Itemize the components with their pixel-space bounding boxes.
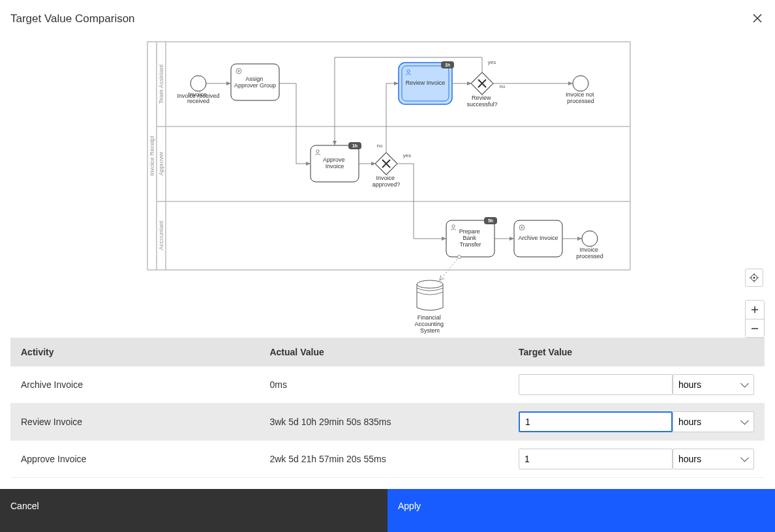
modal-title: Target Value Comparison	[10, 12, 135, 25]
table-row[interactable]: Review Invoice3wk 5d 10h 29min 50s 835ms…	[10, 404, 765, 441]
svg-text:Invoice
      received: Invoice received	[187, 91, 209, 104]
recenter-button[interactable]	[745, 269, 763, 287]
modal-footer: Cancel Apply	[0, 489, 775, 532]
table-row[interactable]: Archive Invoice0mshours	[10, 366, 765, 404]
svg-text:no: no	[500, 83, 506, 89]
svg-text:Approve
      Invoice: Approve Invoice	[323, 156, 346, 170]
svg-point-32	[417, 280, 443, 288]
minus-icon	[751, 325, 759, 332]
badge-approve: 1h	[352, 143, 357, 148]
svg-text:yes: yes	[488, 59, 496, 65]
pool-label: Invoice Receipt	[149, 136, 155, 176]
badge-prepare: 5h	[488, 218, 493, 223]
lane-approver: Approver	[158, 152, 164, 176]
target-value-input[interactable]	[519, 449, 673, 469]
end-event-processed[interactable]	[582, 231, 598, 246]
cell-actual: 3wk 5d 10h 29min 50s 835ms	[259, 404, 508, 441]
cell-target: hours	[508, 366, 765, 404]
svg-text:Financial
      Accounting
   : Financial Accounting System	[414, 314, 445, 334]
cell-activity: Review Invoice	[10, 404, 259, 441]
comparison-table: Activity Actual Value Target Value Archi…	[10, 338, 765, 478]
cancel-button[interactable]: Cancel	[0, 489, 388, 532]
cancel-label: Cancel	[10, 501, 39, 511]
table-row[interactable]: Approve Invoice2wk 5d 21h 57min 20s 55ms…	[10, 441, 765, 478]
data-store[interactable]	[417, 280, 443, 310]
col-actual: Actual Value	[259, 338, 508, 366]
cell-target: hours	[508, 404, 765, 441]
col-activity: Activity	[10, 338, 259, 366]
lane-team-assistant: Team Assistant	[158, 64, 164, 104]
zoom-out-button[interactable]	[746, 319, 764, 337]
zoom-in-button[interactable]	[746, 301, 764, 319]
cell-activity: Approve Invoice	[10, 441, 259, 478]
cell-activity: Archive Invoice	[10, 366, 259, 404]
crosshair-icon	[750, 273, 759, 282]
badge-review: 1h	[445, 63, 450, 67]
svg-text:Invoice
      processed: Invoice processed	[576, 246, 603, 259]
target-unit-select[interactable]: hours	[673, 449, 754, 469]
close-button[interactable]	[750, 10, 765, 27]
cell-actual: 2wk 5d 21h 57min 20s 55ms	[259, 441, 508, 478]
modal-header: Target Value Comparison	[0, 0, 775, 38]
apply-label: Apply	[398, 501, 421, 511]
target-unit-select[interactable]: hours	[673, 411, 754, 432]
svg-text:Archive Invoice: Archive Invoice	[518, 235, 558, 241]
svg-text:Invoice not
      processed: Invoice not processed	[566, 91, 596, 104]
col-target: Target Value	[508, 338, 765, 366]
bpmn-diagram[interactable]: Invoice Receipt Team Assistant Approver …	[0, 38, 775, 338]
cell-target: hours	[508, 441, 765, 478]
start-event[interactable]	[190, 76, 206, 91]
gateway-invoice-approved[interactable]	[375, 153, 397, 175]
svg-text:no: no	[377, 143, 383, 149]
svg-text:Review Invoice: Review Invoice	[406, 80, 446, 86]
gateway-review-successful[interactable]	[471, 72, 493, 95]
svg-text:Review
      successful?: Review successful?	[466, 95, 497, 108]
target-value-input[interactable]	[519, 411, 673, 432]
svg-text:Invoice
      approved?: Invoice approved?	[372, 175, 401, 188]
close-icon	[753, 14, 762, 23]
svg-point-39	[753, 277, 755, 279]
cell-actual: 0ms	[259, 366, 508, 404]
apply-button[interactable]: Apply	[388, 489, 775, 532]
target-value-input[interactable]	[519, 374, 673, 395]
plus-icon	[751, 306, 759, 314]
target-unit-select[interactable]: hours	[673, 374, 754, 395]
end-event-not-processed[interactable]	[573, 76, 588, 91]
svg-text:yes: yes	[403, 153, 411, 158]
lane-accountant: Accountant	[158, 220, 164, 250]
